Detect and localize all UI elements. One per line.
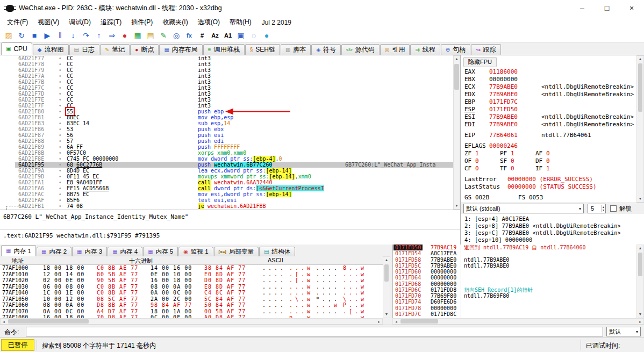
flag-sf[interactable]: SF 0 <box>500 157 535 165</box>
register-row-ebp[interactable]: EBP0171FD7C <box>464 98 634 106</box>
stop-button[interactable]: ■ <box>28 30 40 41</box>
register-row-laststatus[interactable]: LastStatus00000000 (STATUS_SUCCESS) <box>464 183 634 191</box>
tab-symbols[interactable]: ◈符号 <box>311 44 341 55</box>
disassembly-panel[interactable]: 6AD21F77•CCint36AD21F78•CCint36AD21F79•C… <box>0 55 453 210</box>
gutter-dot-icon[interactable]: • <box>59 85 61 91</box>
disasm-row[interactable]: 6AD21F9A•8D4D EClea ecx,dword ptr ss:[eb… <box>0 168 453 174</box>
run-to-user-code-button[interactable]: ⇒ <box>106 30 118 41</box>
hide-fpu-button[interactable]: 隐藏FPU <box>463 57 497 67</box>
menu-help[interactable]: 帮助(H) <box>225 16 256 28</box>
scroll-left-icon[interactable]: ◂ <box>393 319 399 324</box>
flag-cf[interactable]: CF 0 <box>464 165 500 173</box>
stack-row[interactable]: 0171FD74D60FE6D6 <box>393 299 636 305</box>
dump-row[interactable]: 77AF106008 00 0A 00D8 8B AF 7798 84 AF 7… <box>0 302 383 308</box>
update-globe-button[interactable]: ● <box>261 30 273 41</box>
scroll-down-icon[interactable]: ▼ <box>454 203 460 209</box>
tab-graph[interactable]: ◆流程图 <box>33 44 69 55</box>
menu-options[interactable]: 选项(O) <box>193 16 225 28</box>
stack-row[interactable]: 0171FD7800000000 <box>393 305 636 311</box>
strings-button[interactable]: Az <box>209 30 221 41</box>
gutter-dot-icon[interactable]: • <box>59 156 61 162</box>
disasm-row[interactable]: 6AD21FAF•85F6test esi,esi <box>0 197 453 203</box>
dump-header-address[interactable]: 地址 <box>12 257 24 265</box>
tab-references[interactable]: ◎引用 <box>380 44 410 55</box>
register-row-edx[interactable]: EDX77B9ABE0<ntdll.DbgUiRemoteBreakin> <box>464 91 634 98</box>
arguments-panel[interactable]: 1: [esp+4] A0C17EEA2: [esp+8] 77B9ABE0 <… <box>460 214 644 245</box>
scroll-up-icon[interactable]: ▲ <box>454 56 460 62</box>
flag-tf[interactable]: TF 0 <box>500 165 535 173</box>
scroll-right-icon[interactable]: ▸ <box>376 319 382 324</box>
tab-trace[interactable]: ↝跟踪 <box>471 44 500 55</box>
menu-plugins[interactable]: 插件(P) <box>126 16 158 28</box>
tab-log[interactable]: ▤日志 <box>69 44 99 55</box>
stack-row[interactable]: 0171FD5877B9ABE0ntdll.77B9ABE0 <box>393 257 636 263</box>
hash-button[interactable]: # <box>196 30 208 41</box>
gutter-dot-icon[interactable]: • <box>59 191 61 197</box>
stack-hscrollbar[interactable]: ◂ ▸ <box>392 318 644 325</box>
gutter-dot-icon[interactable]: • <box>59 174 61 179</box>
dump-row[interactable]: 77AF103006 00 08 00C0 8B AF 7708 00 0A 0… <box>0 284 383 290</box>
stack-panel[interactable]: 0171FD5077B9AC19返回到 ntdll.77B9AC19 自 ntd… <box>392 245 636 318</box>
segment-fs[interactable]: FS 0053 <box>518 194 572 202</box>
gutter-dot-icon[interactable]: • <box>59 120 61 126</box>
register-row-eflags[interactable]: EFLAGS00000246 <box>464 142 634 150</box>
registers-panel[interactable]: 隐藏FPU EAX01186000EBX00000000ECX77B9ABE0<… <box>460 55 644 203</box>
stack-row[interactable]: 0171FD6C0171FDD8指向SEH_Record[1]的指针 <box>393 287 636 293</box>
scroll-up-icon[interactable]: ▲ <box>637 56 643 62</box>
register-row-ebx[interactable]: EBX00000000 <box>464 76 634 83</box>
stack-row[interactable]: 0171FD54A0C17EEA <box>393 250 636 256</box>
segment-registers-row[interactable]: GS 002BFS 0053 <box>464 194 634 202</box>
gutter-dot-icon[interactable]: • <box>59 73 61 79</box>
disasm-row[interactable]: 6AD21F81•8BECmov ebp,esp <box>0 114 453 120</box>
notes-button[interactable]: ✎ <box>158 30 169 41</box>
execute-till-return-button[interactable]: ↑ <box>93 30 105 41</box>
stack-row[interactable]: 0171FD7077B69F80ntdll.77B69F80 <box>393 293 636 299</box>
tab-dump-5[interactable]: ▦内存 5 <box>143 247 178 256</box>
flag-if[interactable]: IF 1 <box>535 165 571 173</box>
tab-cpu[interactable]: ▣CPU <box>1 42 32 55</box>
dump-row[interactable]: 77AF10700A 00 0C 00A4 D7 AF 7718 00 1A 0… <box>0 308 383 315</box>
disasm-row[interactable]: 6AD21F79•CCint3 <box>0 67 453 73</box>
settings-button[interactable]: ◎ <box>170 30 182 41</box>
flag-df[interactable]: DF 0 <box>535 157 571 165</box>
gutter-dot-icon[interactable]: • <box>59 67 61 73</box>
calling-convention-select[interactable]: 默认 (stdcall) ▾ <box>463 204 584 213</box>
spinner-arrows[interactable]: ▴▾ <box>601 205 605 212</box>
scrollbar-thumb[interactable] <box>384 264 389 282</box>
registers-scrollbar[interactable]: ▲ ▼ <box>636 55 644 203</box>
scroll-up-icon[interactable]: ▲ <box>637 245 643 252</box>
spin-down-icon[interactable]: ▾ <box>603 209 604 212</box>
stack-argument-row[interactable]: 1: [esp+4] A0C17EEA <box>464 215 644 222</box>
disasm-row[interactable]: 6AD21F83•83EC 14sub esp,14 <box>0 120 453 126</box>
menu-debug[interactable]: 调试(D) <box>64 16 96 28</box>
tab-dump-1[interactable]: ▦内存 1 <box>1 245 36 256</box>
register-row-esp[interactable]: ESP0171FD50 <box>464 106 634 113</box>
scrollbar-thumb[interactable] <box>8 319 89 324</box>
restart-button[interactable]: ↻ <box>16 30 27 41</box>
tab-locals[interactable]: [x=]局部变量 <box>214 247 259 256</box>
gutter-dot-icon[interactable]: • <box>59 197 61 203</box>
dump-header-hex[interactable]: 十六进制 <box>129 257 153 265</box>
fx-button[interactable]: fx <box>183 30 195 41</box>
gutter-dot-icon[interactable]: • <box>59 150 61 156</box>
disasm-row[interactable]: 6AD21F77•CCint3 <box>0 55 453 61</box>
gutter-dot-icon[interactable]: • <box>59 97 61 103</box>
disasm-row[interactable]: 6AD21F9D•0F11 45 ECmovups xmmword ptr ss… <box>0 174 453 179</box>
command-input[interactable] <box>26 327 603 336</box>
stack-row[interactable]: 0171FD7C0171FD8C <box>393 311 636 317</box>
scrollbar-thumb[interactable] <box>638 63 642 112</box>
gutter-dot-icon[interactable]: • <box>59 103 61 109</box>
scrollbar-thumb[interactable] <box>400 319 438 324</box>
dump-row[interactable]: 77AF105010 00 12 0008 5C AF 772A 00 2C 0… <box>0 296 383 303</box>
disasm-row[interactable]: 6AD21F7E•CCint3 <box>0 97 453 103</box>
disasm-row[interactable]: 6AD21F86•53push ebx <box>0 126 453 132</box>
unlock-checkbox[interactable] <box>610 205 617 212</box>
stack-row[interactable]: 0171FD6800000000 <box>393 281 636 287</box>
dump-row[interactable]: 77AF108016 00 18 0070 D8 AF 770C 00 0E 0… <box>0 314 383 318</box>
menu-trace[interactable]: 追踪(T) <box>96 16 126 28</box>
disasm-row[interactable]: 6AD21F89•6A FFpush FFFFFFFF <box>0 144 453 150</box>
scroll-down-icon[interactable]: ▼ <box>383 311 390 318</box>
disasm-row[interactable]: 6AD21F7B•CCint3 <box>0 79 453 85</box>
menu-view[interactable]: 视图(V) <box>33 16 64 28</box>
tab-notes[interactable]: ✎笔记 <box>100 44 130 55</box>
